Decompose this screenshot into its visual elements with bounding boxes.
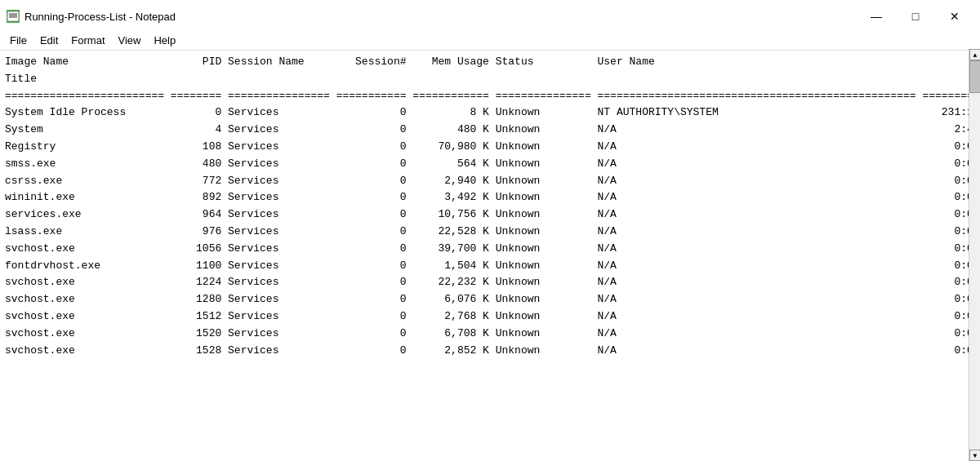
maximize-button[interactable]: □ [897, 5, 934, 28]
close-button[interactable]: ✕ [936, 5, 973, 28]
title-bar: Running-Process-List - Notepad — □ ✕ [0, 0, 980, 31]
menu-file[interactable]: File [3, 33, 33, 48]
text-content[interactable]: Image Name PID Session Name Session# Mem… [0, 51, 980, 461]
vertical-scrollbar[interactable]: ▲ ▼ [969, 49, 980, 461]
menu-edit[interactable]: Edit [33, 33, 65, 48]
window-title: Running-Process-List - Notepad [24, 11, 176, 23]
menu-format[interactable]: Format [65, 33, 111, 48]
scroll-down-arrow[interactable]: ▼ [969, 450, 980, 461]
scroll-thumb[interactable] [969, 60, 980, 93]
app-icon [7, 10, 20, 23]
window-controls: — □ ✕ [858, 5, 973, 28]
svg-rect-0 [7, 11, 19, 21]
title-bar-left: Running-Process-List - Notepad [7, 10, 176, 23]
minimize-button[interactable]: — [858, 5, 895, 28]
scroll-up-arrow[interactable]: ▲ [969, 49, 980, 60]
menu-view[interactable]: View [112, 33, 148, 48]
menu-bar: File Edit Format View Help [0, 31, 980, 51]
menu-help[interactable]: Help [147, 33, 182, 48]
